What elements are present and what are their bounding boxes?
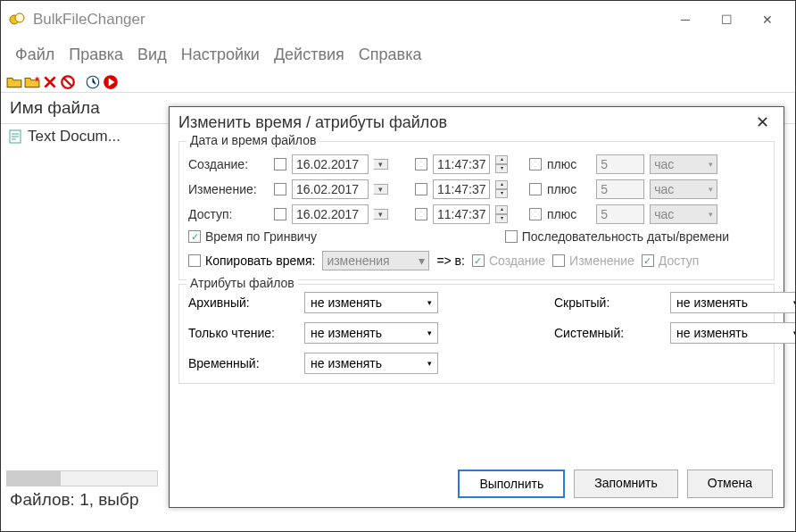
arrow-to-label: => в: [436, 254, 465, 268]
system-label: Системный: [554, 326, 652, 340]
gmt-label: Время по Гринвичу [205, 229, 317, 244]
created-time-checkbox[interactable] [415, 158, 427, 170]
play-icon[interactable] [103, 74, 119, 90]
created-date-input[interactable]: 16.02.2017 [292, 154, 369, 174]
copy-to-created-checkbox[interactable] [472, 254, 485, 267]
time-spinner[interactable]: ▴▾ [495, 205, 508, 223]
datetime-legend: Дата и время файлов [187, 133, 319, 147]
modified-offset-input[interactable]: 5 [596, 179, 644, 199]
created-plus-checkbox[interactable] [529, 158, 542, 170]
attributes-fieldset: Атрибуты файлов Архивный: не изменять▾ С… [178, 284, 775, 384]
created-date-checkbox[interactable] [274, 158, 286, 170]
accessed-date-checkbox[interactable] [274, 208, 286, 220]
readonly-label: Только чтение: [188, 326, 286, 340]
app-icon [8, 11, 26, 29]
copytime-label: Копировать время: [205, 254, 315, 268]
time-spinner[interactable]: ▴▾ [495, 155, 508, 173]
sequence-label: Последовательность даты/времени [522, 229, 729, 244]
created-offset-input[interactable]: 5 [596, 154, 644, 174]
change-time-attributes-dialog: Изменить время / атрибуты файлов ✕ Дата … [169, 106, 784, 508]
menubar: Файл Правка Вид Настройки Действия Справ… [1, 38, 795, 71]
file-name: Text Docum... [28, 128, 120, 145]
temporary-select[interactable]: не изменять▾ [304, 353, 438, 374]
system-select[interactable]: не изменять▾ [670, 322, 796, 344]
execute-button[interactable]: Выполнить [458, 470, 565, 498]
remember-button[interactable]: Запомнить [574, 470, 678, 498]
document-icon [8, 129, 22, 144]
chevron-down-icon[interactable]: ▾ [374, 159, 388, 170]
menu-view[interactable]: Вид [132, 44, 172, 66]
toolbar: ★ [1, 71, 795, 93]
accessed-offset-input[interactable]: 5 [596, 204, 644, 224]
archive-label: Архивный: [188, 295, 286, 310]
gmt-checkbox[interactable] [188, 230, 201, 243]
chevron-down-icon[interactable]: ▾ [374, 209, 388, 220]
sequence-checkbox[interactable] [505, 230, 518, 243]
attributes-legend: Атрибуты файлов [187, 276, 298, 290]
modified-unit-select[interactable]: час▾ [650, 179, 717, 199]
copytime-checkbox[interactable] [188, 254, 201, 267]
modified-plus-checkbox[interactable] [529, 183, 542, 195]
archive-select[interactable]: не изменять▾ [304, 292, 438, 313]
clock-icon[interactable] [85, 74, 101, 90]
folder-open-icon[interactable] [6, 74, 22, 90]
time-spinner[interactable]: ▴▾ [495, 180, 508, 198]
accessed-label: Доступ: [188, 207, 269, 221]
app-title: BulkFileChanger [33, 11, 665, 29]
plus-label: плюс [547, 207, 576, 221]
modified-date-checkbox[interactable] [274, 183, 286, 195]
copy-to-modified-checkbox[interactable] [552, 254, 565, 267]
dialog-title: Изменить время / атрибуты файлов [178, 113, 750, 132]
menu-edit[interactable]: Правка [63, 44, 129, 66]
status-bar: Файлов: 1, выбр [1, 485, 147, 515]
hidden-select[interactable]: не изменять▾ [670, 292, 796, 313]
modified-time-checkbox[interactable] [415, 183, 427, 195]
accessed-unit-select[interactable]: час▾ [650, 204, 717, 224]
datetime-fieldset: Дата и время файлов Создание: 16.02.2017… [178, 141, 775, 280]
delete-icon[interactable] [42, 74, 58, 90]
menu-file[interactable]: Файл [10, 44, 60, 66]
close-button[interactable]: ✕ [747, 5, 788, 34]
accessed-plus-checkbox[interactable] [529, 208, 542, 220]
readonly-select[interactable]: не изменять▾ [304, 322, 438, 344]
folder-add-icon[interactable]: ★ [24, 74, 40, 90]
accessed-time-input[interactable]: 11:47:37 [433, 204, 490, 224]
accessed-date-input[interactable]: 16.02.2017 [292, 204, 369, 224]
hidden-label: Скрытый: [554, 295, 652, 310]
cancel-icon[interactable] [60, 74, 76, 90]
svg-point-1 [15, 13, 24, 22]
plus-label: плюс [547, 157, 576, 171]
copytime-source-select[interactable]: изменения▾ [322, 251, 429, 270]
menu-actions[interactable]: Действия [269, 44, 350, 66]
maximize-button[interactable]: ☐ [706, 5, 747, 34]
cancel-button[interactable]: Отмена [687, 470, 773, 498]
created-unit-select[interactable]: час▾ [650, 154, 717, 174]
modified-date-input[interactable]: 16.02.2017 [292, 179, 369, 199]
plus-label: плюс [547, 182, 576, 196]
accessed-time-checkbox[interactable] [415, 208, 427, 220]
modified-time-input[interactable]: 11:47:37 [433, 179, 490, 199]
chevron-down-icon[interactable]: ▾ [374, 184, 388, 195]
menu-settings[interactable]: Настройки [176, 44, 265, 66]
menu-help[interactable]: Справка [353, 44, 427, 66]
modified-label: Изменение: [188, 182, 269, 196]
temporary-label: Временный: [188, 356, 286, 370]
dialog-close-button[interactable]: ✕ [750, 112, 775, 132]
titlebar: BulkFileChanger ─ ☐ ✕ [1, 1, 795, 38]
created-time-input[interactable]: 11:47:37 [433, 154, 490, 174]
created-label: Создание: [188, 157, 269, 171]
minimize-button[interactable]: ─ [665, 5, 706, 34]
copy-to-accessed-checkbox[interactable] [642, 254, 654, 267]
svg-text:★: ★ [34, 74, 40, 82]
